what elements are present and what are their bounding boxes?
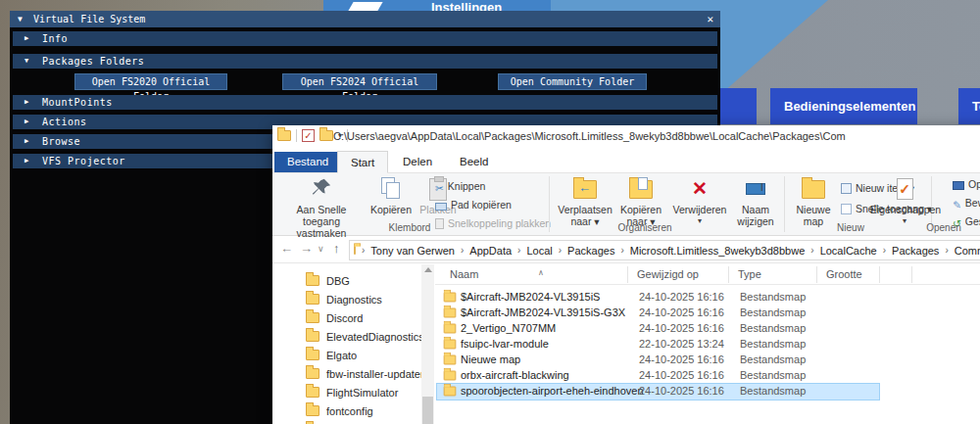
- breadcrumb-segment[interactable]: Packages: [890, 245, 941, 257]
- scroll-up-arrow-icon[interactable]: [424, 267, 432, 272]
- file-row[interactable]: $Aircraft-JMB2024-VL3915iS-G3X24-10-2025…: [437, 306, 879, 321]
- tree-item[interactable]: Elgato: [306, 346, 357, 364]
- file-name: Nieuwe map: [461, 353, 520, 365]
- column-divider[interactable]: [728, 266, 729, 283]
- breadcrumb-segment[interactable]: Tony van Gerwen: [368, 245, 457, 257]
- settings-menu-button-accessibility[interactable]: Toe: [958, 88, 980, 124]
- button-label: Naam: [731, 204, 780, 215]
- tree-item[interactable]: Diagnostics: [306, 290, 382, 308]
- tree-item[interactable]: DBG: [306, 271, 350, 290]
- quick-access-icon: [841, 204, 852, 216]
- group-divider: [549, 176, 550, 232]
- vfs-panel-title: Virtual File System: [33, 11, 145, 27]
- tree-item-label: FlightSimulator: [326, 387, 398, 399]
- vfs-section-mountpoints[interactable]: ▶ MountPoints: [13, 95, 717, 110]
- file-modified: 24-10-2025 16:16: [639, 385, 724, 397]
- properties-button[interactable]: ✓ Eigenschappen ▾: [866, 176, 943, 227]
- up-arrow-icon[interactable]: ↑: [333, 241, 340, 256]
- recent-locations-caret-icon[interactable]: ∨: [318, 244, 324, 254]
- address-breadcrumb-bar[interactable]: › Tony van Gerwen › AppData › Local › Pa…: [349, 240, 980, 260]
- column-header-grootte[interactable]: Grootte: [826, 268, 862, 280]
- settings-menu-button-controls[interactable]: Bedieningselementen: [770, 88, 917, 124]
- settings-menu-button-partial[interactable]: [720, 88, 757, 124]
- column-header-naam[interactable]: Naam: [450, 268, 478, 280]
- open-community-folder-button[interactable]: Open Community Folder: [498, 73, 647, 90]
- breadcrumb-segment[interactable]: Community: [953, 245, 980, 257]
- tab-beeld[interactable]: Beeld: [447, 151, 501, 173]
- file-row[interactable]: orbx-aircraft-blackwing24-10-2025 16:16B…: [437, 368, 879, 384]
- button-label: Kopiëren: [367, 204, 416, 215]
- tree-item[interactable]: fbw-installer-updater: [306, 364, 421, 383]
- file-name: $Aircraft-JMB2024-VL3915iS-G3X: [461, 306, 625, 318]
- tree-item[interactable]: fontconfig: [306, 401, 373, 420]
- copy-button[interactable]: Kopiëren: [367, 176, 416, 215]
- open-button[interactable]: Openen: [953, 178, 980, 192]
- new-folder-quick-icon[interactable]: [319, 130, 333, 141]
- edit-button[interactable]: ✎Bewerken: [953, 197, 980, 211]
- ribbon-tabs: Bestand Start Delen Beeld: [272, 149, 980, 173]
- copy-to-button[interactable]: Kopiëren naar ▾: [615, 176, 666, 227]
- tree-item[interactable]: Discord: [306, 308, 363, 327]
- file-type: Bestandsmap: [740, 338, 806, 350]
- tree-item-label: Elgato: [326, 350, 357, 361]
- open-fs2020-official-folder-button[interactable]: Open FS2020 Official Folder: [74, 73, 227, 90]
- file-modified: 24-10-2025 16:16: [639, 369, 724, 381]
- file-explorer-window: ✓ ▾ C:\Users\aegva\AppData\Local\Package…: [272, 125, 980, 424]
- forward-arrow-icon[interactable]: →: [300, 241, 313, 256]
- copy-icon: [381, 177, 401, 201]
- delete-x-icon: ✕: [692, 179, 708, 199]
- pencil-icon: ✎: [953, 199, 961, 211]
- file-row[interactable]: $Aircraft-JMB2024-VL3915iS24-10-2025 16:…: [437, 290, 879, 306]
- column-header-gewijzigd-op[interactable]: Gewijzigd op: [637, 268, 699, 280]
- new-folder-button[interactable]: Nieuwe map: [790, 176, 837, 227]
- tab-delen[interactable]: Delen: [390, 151, 445, 173]
- tree-item[interactable]: FlightSimulator: [306, 383, 398, 401]
- file-modified: 22-10-2025 13:24: [639, 338, 724, 350]
- pin-to-quick-access-button[interactable]: Aan Snelle toegang vastmaken: [277, 176, 366, 239]
- vfs-section-packages-folders[interactable]: ▼ Packages Folders: [13, 54, 717, 69]
- ribbon: Aan Snelle toegang vastmaken Kopiëren Pl…: [272, 173, 980, 236]
- tab-bestand[interactable]: Bestand: [274, 152, 341, 172]
- file-row-selected[interactable]: spoorobjecten-airport-eheh-eindhoven24-1…: [437, 384, 879, 400]
- vfs-titlebar[interactable]: ▼ Virtual File System ✕: [10, 11, 720, 27]
- open-fs2024-official-folder-button[interactable]: Open FS2024 Official Folder: [282, 73, 437, 90]
- file-row[interactable]: 2_Vertigo_N707MM24-10-2025 16:16Bestands…: [437, 321, 879, 337]
- tree-item[interactable]: Google: [306, 420, 361, 424]
- copy-path-button[interactable]: Pad kopiëren: [435, 199, 512, 212]
- breadcrumb-segment[interactable]: Local: [524, 245, 554, 257]
- tree-item-label: DBG: [326, 275, 350, 287]
- properties-check-icon: ✓: [897, 178, 913, 200]
- column-divider[interactable]: [816, 266, 817, 283]
- vfs-section-info[interactable]: ▶ Info: [13, 31, 717, 46]
- column-header-type[interactable]: Type: [738, 268, 761, 280]
- explorer-titlebar[interactable]: ✓ ▾ C:\Users\aegva\AppData\Local\Package…: [272, 125, 980, 149]
- rename-button[interactable]: I Naam wijzigen: [731, 176, 780, 227]
- column-divider[interactable]: [911, 266, 912, 283]
- open-folder-icon: [953, 180, 964, 192]
- properties-quick-icon[interactable]: ✓: [302, 129, 315, 142]
- breadcrumb-separator: ›: [616, 245, 627, 256]
- column-divider[interactable]: [879, 266, 880, 283]
- move-to-button[interactable]: ← Verplaatsen naar ▾: [555, 176, 615, 227]
- button-label: Aan Snelle toegang: [277, 204, 366, 227]
- group-label-klembord: Klembord: [361, 222, 459, 233]
- back-arrow-icon[interactable]: ←: [280, 241, 293, 256]
- cut-button[interactable]: ✂Knippen: [435, 180, 485, 194]
- delete-button[interactable]: ✕ Verwijderen ▾: [668, 176, 731, 227]
- scrollbar-thumb[interactable]: [422, 397, 433, 424]
- folder-icon: [444, 308, 457, 318]
- breadcrumb-segment[interactable]: Microsoft.Limitless_8wekyb3d8bbwe: [628, 245, 808, 257]
- file-row[interactable]: Nieuwe map24-10-2025 16:16Bestandsmap: [437, 353, 879, 368]
- breadcrumb-segment[interactable]: Packages: [565, 245, 616, 257]
- tree-scrollbar[interactable]: [421, 264, 434, 424]
- folder-icon: [306, 387, 319, 398]
- new-folder-icon: [802, 180, 825, 199]
- breadcrumb-segment[interactable]: LocalCache: [818, 245, 879, 257]
- tab-start[interactable]: Start: [337, 151, 388, 173]
- file-name: fsuipc-lvar-module: [461, 338, 549, 350]
- column-divider[interactable]: [627, 266, 628, 283]
- close-icon[interactable]: ✕: [707, 11, 713, 27]
- tree-item[interactable]: ElevatedDiagnostics: [306, 327, 421, 346]
- breadcrumb-segment[interactable]: AppData: [467, 245, 514, 257]
- file-row[interactable]: fsuipc-lvar-module22-10-2025 13:24Bestan…: [437, 337, 879, 353]
